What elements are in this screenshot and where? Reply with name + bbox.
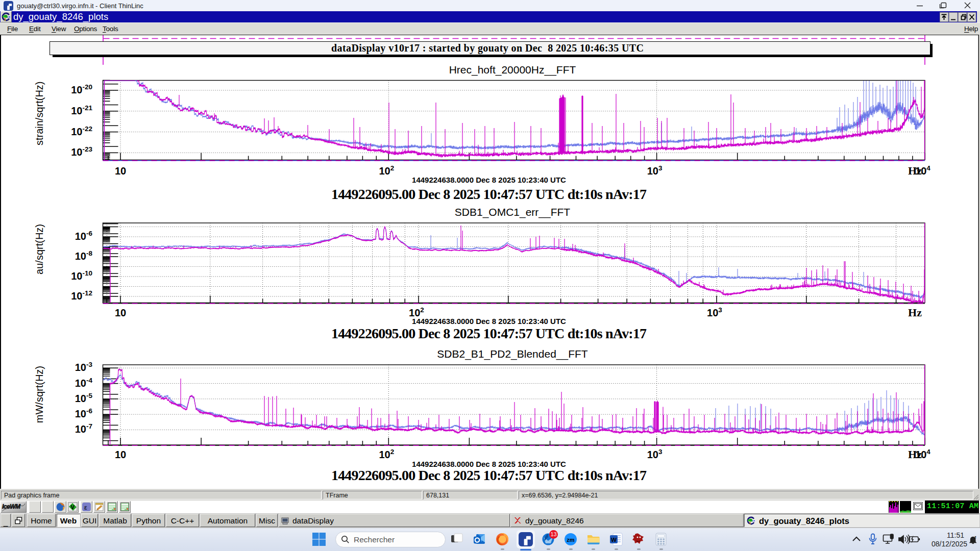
svg-text:10: 10 xyxy=(115,449,126,460)
svg-text:1449226095.00 Dec 8 2025 10:47: 1449226095.00 Dec 8 2025 10:47:57 UTC dt… xyxy=(331,325,647,341)
svg-text:W: W xyxy=(611,537,617,543)
svg-text:z: z xyxy=(974,535,976,539)
svg-text:V: V xyxy=(71,504,75,510)
svg-text:SDB1_OMC1_err__FFT: SDB1_OMC1_err__FFT xyxy=(455,206,571,218)
svg-text:10: 10 xyxy=(115,165,126,177)
svg-text:mW/sqrt(Hz): mW/sqrt(Hz) xyxy=(34,366,45,423)
svg-text:1449226095.00 Dec 8 2025 10:47: 1449226095.00 Dec 8 2025 10:47:57 UTC dt… xyxy=(331,186,647,202)
svg-text:1449226095.00 Dec 8 2025 10:47: 1449226095.00 Dec 8 2025 10:47:57 UTC dt… xyxy=(331,467,647,483)
svg-text:Hz: Hz xyxy=(908,306,922,319)
svg-text:zm: zm xyxy=(567,537,575,543)
svg-text:10: 10 xyxy=(115,307,126,318)
svg-text:1449224638.0000 Dec 8 2025 10:: 1449224638.0000 Dec 8 2025 10:23:40 UTC xyxy=(412,317,566,325)
svg-text:SDB2_B1_PD2_Blended__FFT: SDB2_B1_PD2_Blended__FFT xyxy=(437,348,588,360)
svg-text:dataDisplay v10r17 : started b: dataDisplay v10r17 : started by gouaty o… xyxy=(331,42,644,54)
svg-text:1449224638.0000 Dec 8 2025 10:: 1449224638.0000 Dec 8 2025 10:23:40 UTC xyxy=(412,176,566,184)
svg-text:IceWM: IceWM xyxy=(2,503,21,510)
svg-text:ε: ε xyxy=(84,504,87,511)
svg-text:strain/sqrt(Hz): strain/sqrt(Hz) xyxy=(34,82,45,146)
svg-text:au/sqrt(Hz): au/sqrt(Hz) xyxy=(34,224,45,274)
svg-text:Hrec_hoft_20000Hz__FFT: Hrec_hoft_20000Hz__FFT xyxy=(449,64,576,76)
